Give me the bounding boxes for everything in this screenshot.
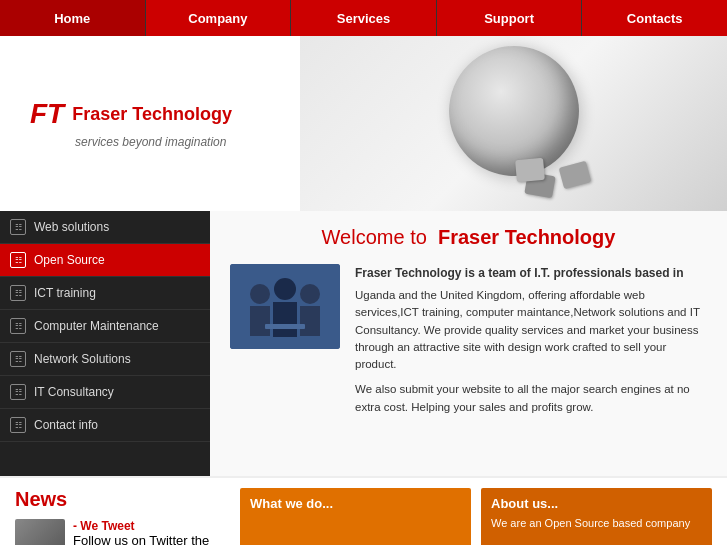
main-wrapper: FT Fraser Technology services beyond ima… — [0, 36, 727, 545]
sidebar-label-contact-info: Contact info — [34, 418, 98, 432]
welcome-p2: We also submit your website to all the m… — [355, 381, 707, 416]
welcome-strong: Fraser Technology is a team of I.T. prof… — [355, 264, 707, 282]
welcome-title: Welcome to Fraser Technology — [230, 226, 707, 249]
sidebar-item-computer-maintenance[interactable]: ☷ Computer Maintenance — [0, 310, 210, 343]
welcome-p1: Uganda and the United Kingdom, offering … — [355, 287, 707, 373]
nav-support[interactable]: Support — [437, 0, 583, 36]
hero-section: FT Fraser Technology services beyond ima… — [0, 36, 727, 211]
open-source-icon: ☷ — [10, 252, 26, 268]
news-tweet-title: - We Tweet — [73, 519, 225, 533]
content-area: ☷ Web solutions ☷ Open Source ☷ ICT trai… — [0, 211, 727, 476]
svg-rect-4 — [273, 302, 297, 337]
team-photo-svg — [230, 264, 340, 349]
sidebar-label-computer-maintenance: Computer Maintenance — [34, 319, 159, 333]
sidebar-label-ict-training: ICT training — [34, 286, 96, 300]
contact-info-icon: ☷ — [10, 417, 26, 433]
sidebar-item-it-consultancy[interactable]: ☷ IT Consultancy — [0, 376, 210, 409]
web-solutions-icon: ☷ — [10, 219, 26, 235]
nav-company[interactable]: Company — [146, 0, 292, 36]
main-content: Welcome to Fraser Technology — [210, 211, 727, 476]
logo-tagline: services beyond imagination — [30, 135, 270, 149]
svg-point-3 — [274, 278, 296, 300]
it-consultancy-icon: ☷ — [10, 384, 26, 400]
news-card-what-we-do[interactable]: What we do... — [240, 488, 471, 545]
nav-services[interactable]: Services — [291, 0, 437, 36]
news-card-about-us[interactable]: About us... We are an Open Source based … — [481, 488, 712, 545]
news-left: News - We Tweet Follow us on Twitter the… — [15, 488, 225, 545]
news-card1-title: What we do... — [250, 496, 461, 511]
puzzle-piece-1 — [558, 161, 591, 189]
sidebar-label-open-source: Open Source — [34, 253, 105, 267]
computer-maintenance-icon: ☷ — [10, 318, 26, 334]
logo-ft: FT — [30, 98, 64, 130]
sidebar-label-it-consultancy: IT Consultancy — [34, 385, 114, 399]
sidebar-item-ict-training[interactable]: ☷ ICT training — [0, 277, 210, 310]
news-cards: What we do... About us... We are an Open… — [225, 488, 712, 545]
sidebar: ☷ Web solutions ☷ Open Source ☷ ICT trai… — [0, 211, 210, 476]
news-thumbnail — [15, 519, 65, 545]
hero-logo-area: FT Fraser Technology services beyond ima… — [0, 36, 300, 211]
svg-rect-7 — [265, 324, 305, 329]
news-title: News — [15, 488, 225, 511]
svg-point-1 — [250, 284, 270, 304]
sidebar-item-contact-info[interactable]: ☷ Contact info — [0, 409, 210, 442]
logo: FT Fraser Technology — [30, 98, 270, 130]
team-photo — [230, 264, 340, 349]
globe — [449, 46, 579, 176]
welcome-body: Fraser Technology is a team of I.T. prof… — [230, 264, 707, 424]
network-solutions-icon: ☷ — [10, 351, 26, 367]
hero-image-area — [300, 36, 727, 211]
sidebar-item-web-solutions[interactable]: ☷ Web solutions — [0, 211, 210, 244]
sidebar-label-network-solutions: Network Solutions — [34, 352, 131, 366]
svg-point-5 — [300, 284, 320, 304]
news-tweet-body: Follow us on Twitter the social networki… — [73, 533, 225, 545]
news-tweet: - We Tweet Follow us on Twitter the soci… — [15, 519, 225, 545]
news-card2-title: About us... — [491, 496, 702, 511]
nav-home[interactable]: Home — [0, 0, 146, 36]
svg-rect-2 — [250, 306, 270, 336]
ict-training-icon: ☷ — [10, 285, 26, 301]
svg-rect-6 — [300, 306, 320, 336]
nav-contacts[interactable]: Contacts — [582, 0, 727, 36]
welcome-text-block: Fraser Technology is a team of I.T. prof… — [355, 264, 707, 424]
puzzle-piece-3 — [515, 158, 545, 182]
sidebar-label-web-solutions: Web solutions — [34, 220, 109, 234]
logo-name: Fraser Technology — [72, 104, 232, 125]
welcome-prefix: Welcome to — [322, 226, 427, 248]
news-tweet-content: - We Tweet Follow us on Twitter the soci… — [73, 519, 225, 545]
globe-graphic — [434, 46, 594, 201]
news-card2-body: We are an Open Source based company — [491, 516, 702, 531]
sidebar-item-network-solutions[interactable]: ☷ Network Solutions — [0, 343, 210, 376]
top-navigation: Home Company Services Support Contacts — [0, 0, 727, 36]
news-section: News - We Tweet Follow us on Twitter the… — [0, 476, 727, 545]
welcome-brand: Fraser Technology — [438, 226, 615, 248]
sidebar-item-open-source[interactable]: ☷ Open Source — [0, 244, 210, 277]
